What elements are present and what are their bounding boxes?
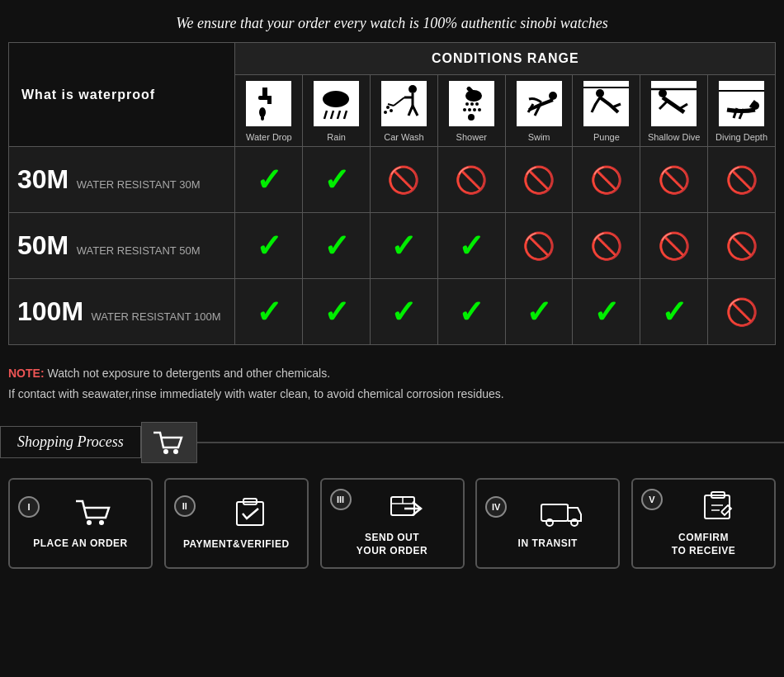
100m-diving-depth: 🚫 <box>708 279 776 345</box>
step2-icon-area <box>202 495 299 528</box>
step3-icon-area <box>358 489 455 522</box>
shower-icon <box>449 81 494 126</box>
step3-roman: III <box>330 489 352 510</box>
row-100m: 100M WATER RESISTANT 100M ✓ ✓ ✓ ✓ ✓ ✓ ✓ … <box>9 279 776 345</box>
100m-swim: ✓ <box>505 279 573 345</box>
50m-rain: ✓ <box>303 213 371 279</box>
svg-point-28 <box>475 102 479 106</box>
100m-rain: ✓ <box>303 279 371 345</box>
step-in-transit: IV IN TRANSIT <box>475 478 620 569</box>
icon-car-wash: Car Wash <box>371 75 438 147</box>
svg-point-20 <box>386 106 390 109</box>
30m-punge: 🚫 <box>573 147 640 213</box>
shallow-dive-label: Shallow Dive <box>642 131 706 143</box>
svg-rect-55 <box>541 504 568 521</box>
30m-shower: 🚫 <box>437 147 505 213</box>
step5-header: V <box>641 489 766 522</box>
step1-roman: I <box>18 496 40 518</box>
step2-label: PAYMENT&VERIFIED <box>183 538 290 552</box>
shopping-title: Shopping Process <box>17 433 124 450</box>
row-30m: 30M WATER RESISTANT 30M ✓ ✓ 🚫 🚫 🚫 🚫 🚫 🚫 <box>9 147 776 213</box>
shopping-cart-icon <box>153 429 185 456</box>
100m-shower: ✓ <box>437 279 505 345</box>
step1-label: PLACE AN ORDER <box>33 537 128 551</box>
100m-punge: ✓ <box>573 279 640 345</box>
clipboard-edit-icon <box>700 489 736 522</box>
50m-label-cell: 50M WATER RESISTANT 50M <box>9 213 235 279</box>
icon-shallow-dive: Shallow Dive <box>640 75 708 147</box>
svg-point-33 <box>468 114 475 121</box>
shopping-title-box: Shopping Process <box>0 426 141 458</box>
step5-roman: V <box>641 489 663 510</box>
note-line2: If contact with seawater,rinse immediate… <box>8 384 776 405</box>
box-arrow-icon <box>388 489 424 522</box>
top-banner: We ensure that your order every watch is… <box>0 0 784 42</box>
waterproof-table: What is waterproof CONDITIONS RANGE <box>8 42 776 345</box>
30m-water-drop: ✓ <box>235 147 303 213</box>
step-place-order: I PLACE AN ORDER <box>8 478 153 569</box>
50m-water-drop: ✓ <box>235 213 303 279</box>
svg-point-45 <box>163 449 168 454</box>
step2-header: II <box>174 495 299 528</box>
svg-point-5 <box>261 116 264 121</box>
100m-car-wash: ✓ <box>371 279 438 345</box>
30m-text: WATER RESISTANT 30M <box>77 178 201 191</box>
30m-label-cell: 30M WATER RESISTANT 30M <box>9 147 235 213</box>
icon-swim: Swim <box>505 75 573 147</box>
50m-punge: 🚫 <box>573 213 640 279</box>
50m-shallow-dive: 🚫 <box>640 213 708 279</box>
svg-point-35 <box>549 92 557 100</box>
shower-label: Shower <box>440 131 503 143</box>
50m-car-wash: ✓ <box>371 213 438 279</box>
note-line1: NOTE: Watch not exposure to detergents a… <box>8 363 776 384</box>
step2-roman: II <box>174 495 196 517</box>
banner-text: We ensure that your order every watch is… <box>176 15 607 31</box>
swim-label: Swim <box>508 131 571 143</box>
row-50m: 50M WATER RESISTANT 50M ✓ ✓ ✓ ✓ 🚫 🚫 🚫 🚫 <box>9 213 776 279</box>
50m-swim: 🚫 <box>505 213 573 279</box>
svg-point-31 <box>473 108 476 111</box>
svg-rect-3 <box>267 96 272 104</box>
100m-water-drop: ✓ <box>235 279 303 345</box>
shallow-dive-icon <box>651 81 697 126</box>
rain-icon <box>314 81 359 126</box>
svg-point-47 <box>87 520 92 525</box>
100m-label-cell: 100M WATER RESISTANT 100M <box>9 279 235 345</box>
step5-icon-area <box>669 489 766 522</box>
svg-point-22 <box>384 111 387 114</box>
car-wash-label: Car Wash <box>372 131 436 143</box>
svg-point-48 <box>99 520 104 525</box>
waterproof-title: What is waterproof <box>9 43 235 147</box>
svg-point-40 <box>659 89 667 97</box>
step4-icon-area <box>513 496 610 528</box>
icon-rain: Rain <box>303 75 371 147</box>
clipboard-check-icon <box>232 495 268 528</box>
50m-meter: 50M <box>17 230 68 261</box>
truck-icon <box>540 496 584 528</box>
divider-line <box>197 442 784 443</box>
note-section: NOTE: Watch not exposure to detergents a… <box>0 353 784 421</box>
step-send-out: III SEND OUT YOUR ORDER <box>320 478 465 569</box>
diving-depth-icon <box>719 81 764 126</box>
100m-text: WATER RESISTANT 100M <box>92 310 221 323</box>
30m-swim: 🚫 <box>505 147 573 213</box>
step4-roman: IV <box>485 496 507 518</box>
step-confirm: V COMFIRM TO RECEIVE <box>631 478 776 569</box>
car-wash-icon <box>381 81 427 126</box>
conditions-header-row: What is waterproof CONDITIONS RANGE <box>9 43 776 75</box>
step4-header: IV <box>485 496 610 528</box>
svg-rect-49 <box>237 502 263 525</box>
waterproof-section: What is waterproof CONDITIONS RANGE <box>0 42 784 353</box>
svg-point-13 <box>409 85 417 93</box>
step3-label: SEND OUT YOUR ORDER <box>357 532 427 557</box>
note-text: Watch not exposure to detergents and oth… <box>45 367 331 380</box>
30m-rain: ✓ <box>303 147 371 213</box>
50m-shower: ✓ <box>437 213 505 279</box>
30m-car-wash: 🚫 <box>371 147 438 213</box>
punge-icon <box>583 81 629 126</box>
swim-icon <box>517 81 562 126</box>
50m-diving-depth: 🚫 <box>708 213 776 279</box>
svg-point-46 <box>173 449 178 454</box>
rain-label: Rain <box>305 131 368 143</box>
water-drop-label: Water Drop <box>237 131 300 143</box>
